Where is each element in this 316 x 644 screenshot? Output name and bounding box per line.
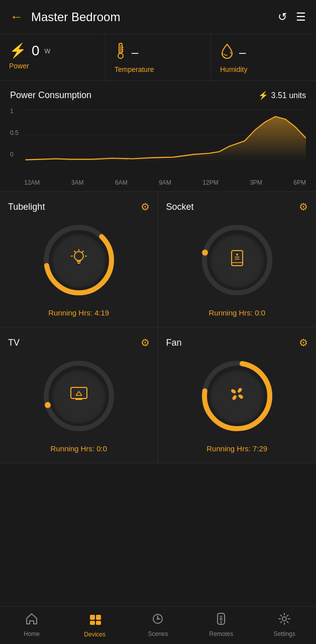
chart-bolt-icon: ⚡ — [258, 91, 268, 100]
chart-x-6pm: 6PM — [293, 179, 306, 186]
nav-remotes-label: Remotes — [209, 630, 233, 637]
tv-icon-container — [51, 368, 107, 424]
back-button[interactable]: ← — [10, 9, 23, 25]
tubelight-gauge[interactable] — [39, 220, 119, 300]
nav-remotes[interactable]: Remotes — [189, 612, 253, 637]
tv-settings-icon[interactable]: ⚙ — [141, 337, 150, 349]
socket-gauge[interactable] — [197, 220, 277, 300]
nav-devices[interactable]: Devices — [63, 612, 127, 638]
nav-home-label: Home — [24, 630, 40, 637]
settings-icon — [278, 612, 291, 628]
fan-gauge[interactable] — [197, 356, 277, 436]
socket-icon-container — [209, 232, 265, 288]
svg-point-23 — [236, 254, 238, 256]
svg-point-11 — [74, 252, 83, 261]
header: ← Master Bedroom ↺ ☰ — [0, 0, 316, 34]
chart-x-3am: 3AM — [71, 179, 84, 186]
nav-home[interactable]: Home — [0, 612, 63, 637]
bottom-nav: Home Devices Scenes — [0, 606, 316, 644]
tv-gauge[interactable] — [39, 356, 119, 436]
svg-rect-36 — [96, 615, 101, 620]
socket-icon — [228, 249, 247, 272]
tubelight-name: Tubelight — [8, 202, 45, 212]
svg-rect-38 — [96, 621, 101, 625]
temperature-card: – Temperature — [106, 34, 211, 80]
chart-x-labels: 12AM 3AM 6AM 9AM 12PM 3PM 6PM — [10, 177, 306, 186]
svg-point-5 — [118, 53, 123, 58]
status-cards: ⚡ 0 w Power – Temperature — [0, 34, 316, 81]
header-actions: ↺ ☰ — [278, 11, 306, 24]
tubelight-icon-container — [51, 232, 107, 288]
socket-settings-icon[interactable]: ⚙ — [299, 201, 308, 213]
device-grid: Tubelight ⚙ — [0, 192, 316, 463]
svg-rect-28 — [71, 387, 87, 398]
tv-header: TV ⚙ — [8, 337, 150, 349]
nav-settings[interactable]: Settings — [253, 612, 316, 637]
svg-point-43 — [220, 618, 222, 620]
nav-scenes-label: Scenes — [148, 630, 168, 637]
power-icon: ⚡ — [9, 42, 27, 59]
fan-header: Fan ⚙ — [166, 337, 308, 349]
temperature-label: Temperature — [115, 65, 201, 73]
page-title: Master Bedroom — [31, 10, 278, 24]
humidity-label: Humidity — [220, 65, 307, 73]
temperature-value: – — [132, 45, 138, 59]
chart-y-label-1: 1 — [10, 108, 19, 115]
tv-running-hrs: Running Hrs: 0:0 — [50, 444, 107, 453]
power-value: 0 — [32, 43, 40, 59]
svg-rect-35 — [90, 615, 95, 620]
tubelight-hrs-value: 4:19 — [94, 308, 109, 317]
chart-area: 1 0.5 0 — [10, 106, 306, 176]
socket-hrs-value: 0:0 — [255, 308, 265, 317]
tubelight-settings-icon[interactable]: ⚙ — [141, 201, 150, 213]
remotes-icon — [216, 612, 227, 628]
chart-x-12pm: 12PM — [202, 179, 218, 186]
tv-icon — [69, 384, 89, 408]
fan-icon-container — [209, 368, 265, 424]
humidity-icon — [220, 42, 234, 62]
chart-x-6am: 6AM — [115, 179, 128, 186]
fan-icon — [227, 383, 248, 409]
tubelight-icon — [69, 248, 89, 273]
chart-units: ⚡ 3.51 units — [258, 91, 306, 100]
svg-point-34 — [235, 392, 239, 396]
power-label: Power — [9, 62, 96, 70]
home-icon — [25, 612, 38, 628]
power-card: ⚡ 0 w Power — [0, 34, 106, 80]
svg-line-17 — [82, 251, 83, 252]
menu-icon[interactable]: ☰ — [296, 11, 306, 24]
fan-name: Fan — [166, 338, 182, 348]
svg-point-46 — [282, 617, 286, 621]
chart-y-label-0: 0 — [10, 151, 19, 158]
socket-card: Socket ⚙ — [158, 192, 317, 328]
socket-name: Socket — [166, 202, 194, 212]
refresh-icon[interactable]: ↺ — [278, 11, 287, 24]
svg-rect-21 — [232, 251, 243, 266]
humidity-card: – Humidity — [211, 34, 316, 80]
nav-scenes[interactable]: Scenes — [127, 612, 190, 637]
chart-x-12am: 12AM — [24, 179, 40, 186]
tv-card: TV ⚙ — [0, 328, 158, 463]
temperature-icon — [115, 42, 127, 62]
chart-title: Power Consumption — [10, 90, 91, 101]
fan-hrs-value: 7:29 — [253, 444, 267, 453]
scenes-icon — [151, 612, 164, 628]
nav-devices-label: Devices — [84, 631, 106, 638]
chart-header: Power Consumption ⚡ 3.51 units — [10, 90, 306, 101]
devices-icon — [88, 612, 102, 629]
svg-point-40 — [157, 618, 159, 620]
socket-running-hrs: Running Hrs: 0:0 — [208, 308, 265, 317]
chart-units-value: 3.51 units — [271, 91, 306, 100]
fan-settings-icon[interactable]: ⚙ — [299, 337, 308, 349]
svg-rect-37 — [90, 621, 95, 625]
chart-section: Power Consumption ⚡ 3.51 units — [0, 81, 316, 192]
tv-hrs-value: 0:0 — [96, 444, 107, 453]
socket-header: Socket ⚙ — [166, 201, 308, 213]
svg-line-15 — [74, 251, 75, 252]
chart-svg — [10, 106, 306, 176]
fan-running-hrs: Running Hrs: 7:29 — [206, 444, 267, 453]
nav-settings-label: Settings — [273, 630, 295, 637]
chart-x-9am: 9AM — [159, 179, 171, 186]
tubelight-card: Tubelight ⚙ — [0, 192, 158, 328]
tubelight-header: Tubelight ⚙ — [8, 201, 150, 213]
